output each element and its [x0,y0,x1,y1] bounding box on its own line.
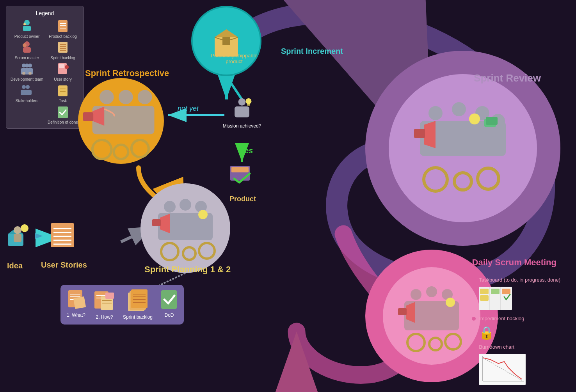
svg-rect-50 [83,112,93,121]
sp-item-how: 2. How? [94,289,115,320]
burndown-label: Burndown chart [479,344,514,350]
legend-label-dod: Definition of done [48,120,78,124]
svg-point-27 [22,72,25,75]
user-story-icon [57,62,69,76]
dod-icon [57,105,69,119]
svg-rect-81 [398,308,407,315]
svg-point-42 [238,98,246,106]
sp-item-dod: DoD [160,289,178,318]
svg-rect-72 [152,219,161,226]
svg-point-63 [424,168,447,191]
dod-check-icon [160,289,178,311]
svg-marker-40 [215,29,238,37]
sprint-planning-circle [140,183,230,273]
product-owner-icon [21,20,33,34]
daily-legend-impediment: Impediment backlog [472,316,560,321]
impediment-dot [472,317,476,321]
arrow-right-icon [33,230,45,242]
svg-point-25 [28,64,32,67]
legend-box: Legend Product owner Product backlog [6,6,84,129]
taskboard-visual [479,287,560,312]
daily-legend-burndown: Burndown chart [472,344,560,350]
sprint-increment-label: Sprint Increment [281,47,343,56]
what-icon [66,289,86,311]
sp-label-sprint-backlog: Sprint backlog [123,314,153,320]
lock-icon: 🔒 [479,325,560,340]
sprint-review-label: Sprint Review [474,72,541,84]
sprint-increment-circle [191,6,261,76]
sprint-backlog-icon [57,41,69,55]
idea-label: Idea [7,261,23,270]
idea-icon [6,222,29,250]
svg-rect-30 [59,64,64,68]
legend-item-stakeholders: Stakeholders [10,84,44,103]
legend-label-task: Task [59,99,67,103]
mission-person-icon [230,98,254,123]
svg-point-85 [445,334,461,349]
svg-rect-120 [480,289,489,294]
sprint-retro-circle [78,78,164,164]
legend-grid: Product owner Product backlog Scrum mast… [10,20,80,124]
retro-team-icon [78,78,164,164]
svg-point-75 [183,247,196,260]
taskboard-label: Taskboard (to do, in progress, done) [479,277,560,283]
scrum-master-icon [21,41,33,55]
product-backlog-icon [57,20,69,34]
svg-rect-62 [486,117,498,125]
svg-point-76 [199,243,215,259]
svg-point-54 [428,106,443,120]
user-stories-doc-icon [49,222,80,250]
legend-item-product-backlog: Product backlog [46,20,80,39]
svg-rect-89 [14,234,21,242]
user-stories-label: User Stories [41,261,87,270]
svg-point-64 [454,173,471,190]
sp-item-what: 1. What? [66,289,86,318]
burndown-dot [472,345,476,349]
svg-point-53 [132,140,149,157]
svg-rect-43 [235,106,249,117]
potentially-shippable-label: Potentially shippable product [211,53,258,64]
svg-rect-123 [502,289,510,294]
svg-point-55 [452,102,466,116]
review-team-icon [404,90,521,207]
svg-rect-41 [222,37,230,45]
svg-point-83 [407,334,425,351]
svg-point-60 [469,114,480,124]
svg-point-68 [164,201,176,213]
product-label: Product [229,195,256,203]
svg-rect-45 [247,104,250,106]
product-box [226,164,258,191]
taskboard-dot [472,278,476,282]
svg-point-17 [23,43,27,47]
svg-point-47 [119,90,133,105]
legend-label-sprint-backlog: Sprint backlog [50,56,75,60]
svg-rect-108 [105,293,114,299]
svg-point-32 [22,85,26,89]
legend-item-task: Task [46,84,80,103]
svg-point-87 [21,224,28,232]
planning-team-icon [148,191,222,265]
sprint-planning-bottom-box: 1. What? 2. How? Sprint backlog [60,285,184,325]
mission-achieved-label: Mission achieved? [223,123,261,129]
daily-scrum-legend: Taskboard (to do, in progress, done) Imp… [472,277,560,387]
daily-scrum-label: Daily Scrum Meeting [472,257,556,268]
legend-item-product-owner: Product owner [10,20,44,39]
svg-rect-34 [21,90,32,95]
svg-point-82 [446,298,455,307]
not-yet-label: not yet [178,105,199,113]
legend-item-dev-team: Development team [10,62,44,82]
svg-point-77 [411,289,421,300]
task-icon [57,84,69,98]
svg-line-7 [226,76,242,99]
sprint-retro-label: Sprint Retrospective [85,68,169,78]
svg-rect-9 [23,26,31,31]
svg-point-10 [23,23,26,25]
svg-rect-111 [131,289,148,308]
legend-label-stakeholders: Stakeholders [16,99,38,103]
svg-point-33 [26,85,30,89]
how-icon [94,289,115,313]
sprint-planning-label: Sprint Planning 1 & 2 [144,264,231,275]
svg-point-65 [478,168,499,189]
daily-scrum-team-icon [393,277,471,355]
sprint-review-inner-circle [389,74,537,222]
